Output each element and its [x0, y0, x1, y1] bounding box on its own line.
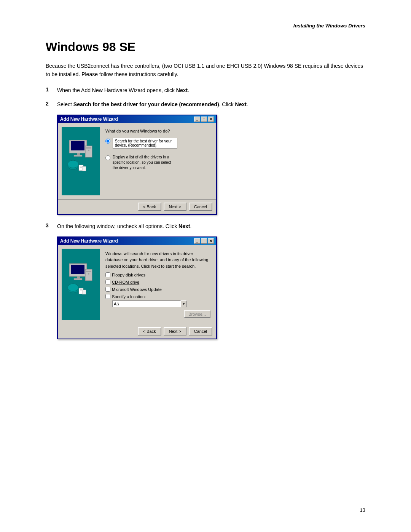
checkbox-windows-update-input[interactable] [105, 287, 110, 292]
location-dropdown[interactable]: ▼ [181, 300, 187, 307]
section-title: Installing the Windows Drivers [293, 23, 365, 29]
checkbox-windows-update[interactable]: Microsoft Windows Update [105, 287, 210, 292]
dialog-1-content: What do you want Windows to do? Search f… [58, 123, 216, 199]
page-container: Installing the Windows Drivers Windows 9… [0, 0, 411, 532]
dialog-1-title: Add New Hardware Wizard [60, 117, 118, 122]
checkbox-floppy[interactable]: Floppy disk drives [105, 272, 210, 277]
dialog-2-content: Windows will search for new drivers in i… [58, 245, 216, 324]
svg-rect-25 [82, 290, 86, 294]
step-3-number: 3 [46, 222, 57, 228]
steps-list-2: 3 On the following window, uncheck all o… [46, 222, 365, 230]
svg-rect-2 [77, 153, 80, 155]
svg-rect-12 [82, 166, 86, 171]
location-input[interactable] [112, 300, 181, 307]
dialog-2-titlebar: Add New Hardware Wizard _ □ ✕ [58, 237, 216, 245]
dialog-2-title: Add New Hardware Wizard [60, 238, 118, 244]
titlebar-buttons: _ □ ✕ [194, 117, 214, 122]
svg-rect-16 [74, 278, 82, 280]
close-button[interactable]: ✕ [208, 117, 214, 122]
svg-rect-24 [80, 291, 82, 291]
checkbox-cdrom-label: CD-ROM drive [112, 280, 139, 284]
checkbox-windows-update-label: Microsoft Windows Update [112, 287, 162, 292]
dialog-1-back-button[interactable]: < Back [138, 203, 161, 211]
checkbox-floppy-input[interactable] [105, 272, 110, 277]
page-number: 13 [360, 507, 365, 513]
computer-graphic-2 [65, 260, 96, 309]
dialog-1-radio-group: Search for the best driver for your devi… [105, 138, 210, 171]
dialog-1-titlebar: Add New Hardware Wizard _ □ ✕ [58, 115, 216, 123]
checkbox-specify-label: Specify a location: [112, 294, 146, 299]
radio-recommended[interactable] [105, 139, 110, 144]
radio-list[interactable] [105, 155, 110, 160]
browse-button[interactable]: Browse... [184, 310, 210, 318]
step-2-number: 2 [46, 101, 57, 107]
radio-list-label: Display a list of all the drivers in a s… [113, 155, 177, 171]
steps-list: 1 When the Add New Hardware Wizard opens… [46, 86, 365, 109]
minimize-button[interactable]: _ [194, 117, 200, 122]
dialog-1-footer: < Back Next > Cancel [58, 199, 216, 214]
checkbox-group: Floppy disk drives CD-ROM drive Microsof… [105, 272, 210, 299]
svg-point-21 [68, 284, 78, 291]
step-2: 2 Select Search for the best driver for … [46, 101, 365, 109]
step-1-number: 1 [46, 86, 57, 93]
svg-rect-5 [86, 147, 91, 149]
dialog-1-next-button[interactable]: Next > [164, 203, 186, 211]
dialog-1-sidebar [62, 127, 100, 195]
svg-rect-15 [77, 276, 80, 278]
svg-rect-11 [80, 167, 82, 168]
dialog-2-minimize-button[interactable]: _ [194, 238, 200, 244]
dialog-1: Add New Hardware Wizard _ □ ✕ [57, 115, 217, 215]
svg-rect-23 [80, 289, 82, 290]
dialog-2-maximize-button[interactable]: □ [201, 238, 207, 244]
location-row: ▼ [112, 300, 210, 307]
svg-point-8 [68, 160, 78, 168]
dialog-1-cancel-button[interactable]: Cancel [189, 203, 212, 211]
checkbox-cdrom[interactable]: CD-ROM drive [105, 280, 210, 284]
svg-rect-18 [86, 271, 91, 272]
svg-point-6 [88, 150, 89, 151]
svg-rect-3 [74, 155, 82, 157]
computer-svg-2 [65, 262, 96, 307]
dialog-2-sidebar [62, 249, 100, 320]
location-section: ▼ Browse... [112, 300, 210, 318]
svg-point-19 [88, 273, 89, 275]
checkbox-cdrom-input[interactable] [105, 280, 110, 284]
checkbox-floppy-label: Floppy disk drives [112, 273, 145, 277]
svg-rect-14 [71, 265, 84, 274]
radio-recommended-box: Search for the best driver for your devi… [113, 138, 177, 149]
dialog-2-next-button[interactable]: Next > [164, 327, 186, 335]
dialog-2-close-button[interactable]: ✕ [208, 238, 214, 244]
browse-row: Browse... [112, 309, 210, 318]
computer-svg [65, 138, 96, 184]
dialog-2-titlebar-buttons: _ □ ✕ [194, 238, 214, 244]
dialog-2-main: Windows will search for new drivers in i… [104, 249, 212, 320]
dialog-1-main: What do you want Windows to do? Search f… [104, 127, 212, 195]
radio-item-2[interactable]: Display a list of all the drivers in a s… [105, 155, 210, 171]
dialog-1-question: What do you want Windows to do? [105, 129, 210, 133]
dialog-2-back-button[interactable]: < Back [138, 327, 161, 335]
section-header: Installing the Windows Drivers [46, 23, 365, 29]
checkbox-specify-input[interactable] [105, 294, 110, 299]
svg-rect-10 [80, 166, 82, 166]
step-2-text: Select Search for the best driver for yo… [57, 101, 365, 109]
intro-paragraph: Because the USB2connect has three contro… [46, 62, 365, 79]
checkbox-specify[interactable]: Specify a location: [105, 294, 210, 299]
radio-item-1[interactable]: Search for the best driver for your devi… [105, 138, 210, 149]
computer-graphic [65, 136, 96, 186]
svg-rect-1 [71, 141, 84, 150]
maximize-button[interactable]: □ [201, 117, 207, 122]
dialog-2-description: Windows will search for new drivers in i… [105, 251, 210, 270]
step-1: 1 When the Add New Hardware Wizard opens… [46, 86, 365, 94]
step-3-text: On the following window, uncheck all opt… [57, 222, 365, 230]
dialog-2: Add New Hardware Wizard _ □ ✕ [57, 236, 217, 340]
step-1-text: When the Add New Hardware Wizard opens, … [57, 86, 365, 94]
page-title: Windows 98 SE [46, 40, 365, 54]
dialog-2-cancel-button[interactable]: Cancel [189, 327, 212, 335]
step-3: 3 On the following window, uncheck all o… [46, 222, 365, 230]
dialog-2-footer: < Back Next > Cancel [58, 324, 216, 339]
